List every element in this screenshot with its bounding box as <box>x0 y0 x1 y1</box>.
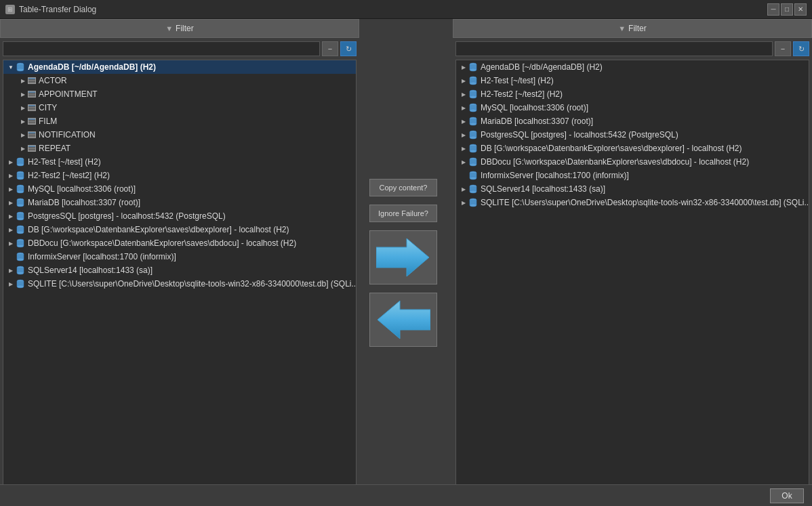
left-tree-city[interactable]: ▶ CITY <box>3 101 356 114</box>
mysql-expand-arrow[interactable]: ▶ <box>6 184 16 194</box>
svg-point-47 <box>17 272 24 274</box>
sqlite-expand-arrow[interactable]: ▶ <box>6 279 16 289</box>
r-mysql-label: MySQL [localhost:3306 (root)] <box>481 103 588 112</box>
svg-point-64 <box>470 82 476 85</box>
left-tree-actor[interactable]: ▶ ACTOR <box>3 74 356 87</box>
right-tree-mysql[interactable]: ▶ MySQL [localhost:3306 (root)] <box>456 101 809 114</box>
svg-point-59 <box>470 68 476 71</box>
left-tree-h2test2[interactable]: ▶ H2-Test2 [~/test2] (H2) <box>3 169 356 182</box>
copy-content-button[interactable]: Copy content? <box>369 179 437 196</box>
left-tree-dbdocu[interactable]: ▶ DBDocu [G:\workspace\DatenbankExplorer… <box>3 236 356 250</box>
maximize-button[interactable]: □ <box>781 3 793 16</box>
left-tree-notification[interactable]: ▶ NOTIFICATION <box>3 128 356 142</box>
left-tree-sqlite[interactable]: ▶ SQLITE [C:\Users\super\OneDrive\Deskto… <box>3 277 356 291</box>
minimize-button[interactable]: ─ <box>767 3 779 16</box>
left-search-refresh-btn[interactable]: ↻ <box>340 41 357 56</box>
r-sqlite-db-icon <box>468 198 478 207</box>
left-tree-informix[interactable]: ▶ InformixServer [localhost:1700 (inform… <box>3 250 356 263</box>
r-informix-label: InformixServer [localhost:1700 (informix… <box>481 171 629 180</box>
agendadb-expand-arrow[interactable]: ▼ <box>6 62 16 72</box>
title-bar: ⊞ Table-Transfer Dialog ─ □ ✕ <box>0 0 812 19</box>
sqlite-label: SQLITE [C:\Users\super\OneDrive\Desktop\… <box>28 279 357 289</box>
svg-point-79 <box>470 123 476 125</box>
svg-point-27 <box>17 217 24 220</box>
left-tree-mariadb[interactable]: ▶ MariaDB [localhost:3307 (root)] <box>3 196 356 209</box>
svg-point-84 <box>470 136 476 139</box>
left-tree-appointment[interactable]: ▶ APPOINTMENT <box>3 87 356 101</box>
postgres-expand-arrow[interactable]: ▶ <box>6 211 16 221</box>
left-tree-dbexplorer[interactable]: ▶ DB [G:\workspace\DatenbankExplorer\sav… <box>3 223 356 236</box>
r-h2test-expand-arrow[interactable]: ▶ <box>459 76 468 85</box>
city-table-icon <box>28 104 36 111</box>
repeat-expand-arrow[interactable]: ▶ <box>18 144 28 153</box>
right-tree-agendadb[interactable]: ▶ AgendaDB [~/db/AgendaDB] (H2) <box>456 60 809 74</box>
right-search-minus-btn[interactable]: − <box>775 41 791 56</box>
notification-expand-arrow[interactable]: ▶ <box>18 130 28 140</box>
r-sqlite-expand-arrow[interactable]: ▶ <box>459 198 468 207</box>
r-h2test2-label: H2-Test2 [~/test2] (H2) <box>481 89 563 99</box>
middle-panel: Copy content? Ignore Failure? <box>359 19 447 506</box>
right-tree-sqlite[interactable]: ▶ SQLITE [C:\Users\super\OneDrive\Deskto… <box>456 196 809 209</box>
h2test2-expand-arrow[interactable]: ▶ <box>6 171 16 180</box>
svg-point-17 <box>17 190 24 193</box>
dbdocu-expand-arrow[interactable]: ▶ <box>6 238 16 248</box>
transfer-right-button[interactable] <box>369 230 437 284</box>
window-title: Table-Transfer Dialog <box>19 5 96 14</box>
transfer-left-button[interactable] <box>369 293 437 347</box>
right-tree-sqlserver[interactable]: ▶ SQLServer14 [localhost:1433 (sa)] <box>456 182 809 196</box>
r-dbexplorer-expand-arrow[interactable]: ▶ <box>459 144 468 153</box>
right-tree-postgres[interactable]: ▶ PostgresSQL [postgres] - localhost:543… <box>456 128 809 142</box>
left-tree-mysql[interactable]: ▶ MySQL [localhost:3306 (root)] <box>3 182 356 196</box>
right-tree-informix[interactable]: ▶ InformixServer [localhost:1700 (inform… <box>456 169 809 182</box>
actor-expand-arrow[interactable]: ▶ <box>18 76 28 85</box>
left-tree-film[interactable]: ▶ FILM <box>3 114 356 128</box>
postgres-label: PostgresSQL [postgres] - localhost:5432 … <box>28 211 226 221</box>
film-expand-arrow[interactable]: ▶ <box>18 117 28 126</box>
right-tree-mariadb[interactable]: ▶ MariaDB [localhost:3307 (root)] <box>456 114 809 128</box>
mysql-db-icon <box>16 184 25 194</box>
filter-icon-right: ▼ <box>618 24 626 33</box>
sqlite-db-icon <box>16 279 25 289</box>
left-tree-postgres[interactable]: ▶ PostgresSQL [postgres] - localhost:543… <box>3 209 356 223</box>
right-tree-h2test[interactable]: ▶ H2-Test [~/test] (H2) <box>456 74 809 87</box>
r-mysql-db-icon <box>468 103 478 112</box>
city-expand-arrow[interactable]: ▶ <box>18 103 28 112</box>
left-tree-sqlserver[interactable]: ▶ SQLServer14 [localhost:1433 (sa)] <box>3 263 356 277</box>
left-tree-h2test[interactable]: ▶ H2-Test [~/test] (H2) <box>3 155 356 169</box>
r-postgres-expand-arrow[interactable]: ▶ <box>459 130 468 140</box>
dbexplorer-expand-arrow[interactable]: ▶ <box>6 225 16 234</box>
h2test-expand-arrow[interactable]: ▶ <box>6 157 16 167</box>
sqlserver-expand-arrow[interactable]: ▶ <box>6 266 16 275</box>
appointment-expand-arrow[interactable]: ▶ <box>18 89 28 99</box>
r-mariadb-expand-arrow[interactable]: ▶ <box>459 117 468 126</box>
svg-point-109 <box>470 204 476 207</box>
appointment-table-icon <box>28 91 36 98</box>
notification-table-icon <box>28 131 36 138</box>
r-mysql-expand-arrow[interactable]: ▶ <box>459 103 468 112</box>
left-search-minus-btn[interactable]: − <box>322 41 338 56</box>
ok-button[interactable]: Ok <box>770 488 804 503</box>
mariadb-db-icon <box>16 198 25 207</box>
left-tree[interactable]: ▼ AgendaDB [~/db/AgendaDB] (H2) ▶ <box>3 60 357 497</box>
right-tree[interactable]: ▶ AgendaDB [~/db/AgendaDB] (H2) ▶ <box>455 60 809 497</box>
r-h2test-db-icon <box>468 76 478 85</box>
informix-label: InformixServer [localhost:1700 (informix… <box>28 252 176 261</box>
sqlserver-label: SQLServer14 [localhost:1433 (sa)] <box>28 266 153 275</box>
ignore-failure-button[interactable]: Ignore Failure? <box>369 205 437 222</box>
r-h2test2-expand-arrow[interactable]: ▶ <box>459 89 468 99</box>
right-tree-dbdocu[interactable]: ▶ DBDocu [G:\workspace\DatenbankExplorer… <box>456 155 809 169</box>
right-tree-dbexplorer[interactable]: ▶ DB [G:\workspace\DatenbankExplorer\sav… <box>456 142 809 155</box>
svg-point-7 <box>17 163 24 166</box>
dbdocu-label: DBDocu [G:\workspace\DatenbankExplorer\s… <box>28 238 296 248</box>
right-tree-h2test2[interactable]: ▶ H2-Test2 [~/test2] (H2) <box>456 87 809 101</box>
left-tree-agendadb[interactable]: ▼ AgendaDB [~/db/AgendaDB] (H2) <box>3 60 356 74</box>
r-agendadb-expand-arrow[interactable]: ▶ <box>459 62 468 72</box>
right-search-input[interactable] <box>455 41 773 56</box>
left-tree-repeat[interactable]: ▶ REPEAT <box>3 142 356 155</box>
r-dbdocu-expand-arrow[interactable]: ▶ <box>459 157 468 167</box>
r-sqlserver-expand-arrow[interactable]: ▶ <box>459 184 468 194</box>
left-search-input[interactable] <box>3 41 320 56</box>
close-button[interactable]: ✕ <box>794 3 807 16</box>
right-search-refresh-btn[interactable]: ↻ <box>793 41 809 56</box>
mariadb-expand-arrow[interactable]: ▶ <box>6 198 16 207</box>
